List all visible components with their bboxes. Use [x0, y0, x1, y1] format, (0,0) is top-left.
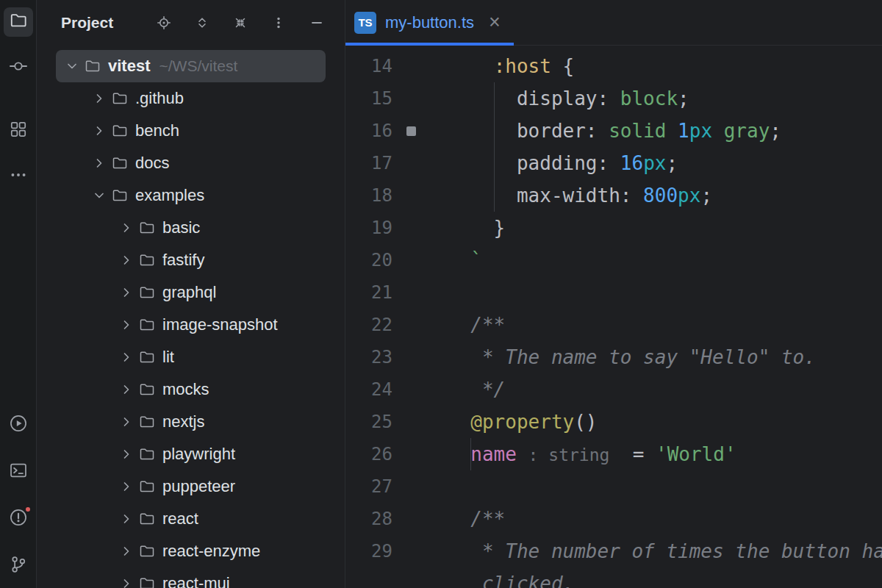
code-line[interactable]: 20 `: [345, 244, 882, 276]
line-number[interactable]: 24: [345, 379, 392, 400]
tool-window-project-button[interactable]: [4, 7, 33, 37]
tree-item-docs[interactable]: docs: [56, 147, 326, 179]
chevron-right-icon[interactable]: [118, 349, 135, 365]
chevron-right-icon[interactable]: [91, 155, 107, 171]
chevron-right-icon[interactable]: [118, 576, 135, 588]
chevron-down-icon[interactable]: [91, 187, 107, 204]
tree-item-react-mui[interactable]: react-mui: [56, 567, 326, 588]
folder-icon: [138, 445, 156, 463]
folder-icon: [138, 284, 156, 301]
chevron-down-icon[interactable]: [64, 58, 80, 74]
chevron-right-icon[interactable]: [118, 511, 135, 527]
code-line[interactable]: 22 /**: [345, 309, 882, 341]
code-line[interactable]: 28 /**: [345, 503, 882, 535]
line-number[interactable]: 15: [345, 88, 392, 109]
tree-item-.github[interactable]: .github: [56, 82, 326, 115]
editor-tab-bar: TS my-button.ts ×: [345, 0, 882, 46]
tool-window-services-button[interactable]: [4, 410, 33, 440]
code-line[interactable]: 15 display: block;: [345, 82, 882, 115]
tree-item-graphql[interactable]: graphql: [56, 276, 326, 309]
options-kebab-button[interactable]: [267, 11, 290, 35]
code-text: /**: [430, 314, 505, 336]
line-number[interactable]: 16: [345, 121, 392, 141]
tree-item-react[interactable]: react: [56, 503, 326, 535]
tree-item-playwright[interactable]: playwright: [56, 438, 326, 470]
expand-all-button[interactable]: [190, 11, 214, 35]
code-editor[interactable]: 14 :host {15 display: block;16 border: s…: [345, 46, 882, 588]
tab-close-icon[interactable]: ×: [489, 12, 501, 32]
code-line[interactable]: 24 */: [345, 373, 882, 406]
folder-icon: [111, 187, 129, 204]
chevron-right-icon[interactable]: [91, 123, 107, 139]
more-tool-windows-button[interactable]: [4, 162, 33, 191]
tree-item-examples[interactable]: examples: [56, 179, 326, 212]
chevron-right-icon[interactable]: [118, 414, 135, 430]
line-number[interactable]: 29: [345, 541, 392, 562]
code-line[interactable]: clicked.: [345, 567, 882, 588]
chevron-right-icon[interactable]: [118, 543, 135, 559]
structure-icon: [9, 120, 28, 142]
code-line[interactable]: 19 }: [345, 212, 882, 244]
code-line[interactable]: 16 border: solid 1px gray;: [345, 115, 882, 147]
code-text: clicked.: [430, 573, 574, 588]
tab-my-button-ts[interactable]: TS my-button.ts ×: [345, 0, 514, 45]
chevron-right-icon[interactable]: [118, 284, 135, 301]
code-line[interactable]: 23 * The name to say "Hello" to.: [345, 341, 882, 373]
code-line[interactable]: 21: [345, 276, 882, 309]
line-number[interactable]: 19: [345, 218, 392, 238]
tree-item-bench[interactable]: bench: [56, 115, 326, 147]
line-number[interactable]: 18: [345, 185, 392, 206]
collapse-all-button[interactable]: [229, 11, 252, 35]
line-number[interactable]: 21: [345, 282, 392, 303]
tree-item-label: examples: [135, 186, 204, 205]
editor-area: TS my-button.ts × 14 :host {15 display: …: [345, 0, 882, 588]
line-number[interactable]: 27: [345, 476, 392, 497]
chevron-right-icon[interactable]: [118, 478, 135, 495]
gutter-marker-icon[interactable]: [406, 126, 416, 136]
tree-item-basic[interactable]: basic: [56, 212, 326, 244]
chevron-right-icon[interactable]: [118, 317, 135, 333]
tool-window-terminal-button[interactable]: [4, 457, 33, 487]
tree-item-image-snapshot[interactable]: image-snapshot: [56, 309, 326, 341]
tree-item-label: mocks: [162, 380, 209, 399]
code-line[interactable]: 18 max-width: 800px;: [345, 179, 882, 212]
tree-item-mocks[interactable]: mocks: [56, 373, 326, 406]
locate-file-button[interactable]: [152, 11, 176, 35]
code-line[interactable]: 17 padding: 16px;: [345, 147, 882, 179]
tree-item-label: lit: [162, 348, 174, 367]
code-text: display: block;: [430, 87, 689, 110]
chevron-right-icon[interactable]: [118, 446, 135, 462]
code-line[interactable]: 27: [345, 470, 882, 503]
chevron-right-icon[interactable]: [118, 220, 135, 236]
line-number[interactable]: 17: [345, 153, 392, 173]
code-line[interactable]: 14 :host {: [345, 50, 882, 82]
folder-icon: [138, 219, 156, 237]
code-line[interactable]: 25 @property(): [345, 406, 882, 438]
chevron-right-icon[interactable]: [91, 90, 107, 107]
code-line[interactable]: 29 * The number of times the button has …: [345, 535, 882, 567]
hide-panel-button[interactable]: [305, 11, 329, 35]
tool-window-structure-button[interactable]: [4, 116, 33, 146]
line-number[interactable]: 22: [345, 315, 392, 335]
line-number[interactable]: 28: [345, 509, 392, 529]
chevron-right-icon[interactable]: [118, 381, 135, 398]
tree-item-puppeteer[interactable]: puppeteer: [56, 470, 326, 503]
tree-item-fastify[interactable]: fastify: [56, 244, 326, 276]
tree-item-nextjs[interactable]: nextjs: [56, 406, 326, 438]
chevron-right-icon[interactable]: [118, 252, 135, 268]
line-number[interactable]: 26: [345, 444, 392, 465]
tool-window-commit-button[interactable]: [4, 53, 33, 82]
tree-item-label: fastify: [162, 251, 204, 270]
code-line[interactable]: 26 name : string = 'World': [345, 438, 882, 470]
line-number[interactable]: 20: [345, 250, 392, 270]
tree-item-lit[interactable]: lit: [56, 341, 326, 373]
line-number[interactable]: 23: [345, 347, 392, 368]
line-number[interactable]: 25: [345, 412, 392, 432]
tree-item-react-enzyme[interactable]: react-enzyme: [56, 535, 326, 567]
folder-icon: [111, 154, 129, 172]
tool-window-version-control-button[interactable]: [4, 551, 33, 581]
folder-icon: [138, 510, 156, 528]
tool-window-problems-button[interactable]: [4, 504, 33, 534]
tree-item-vitest[interactable]: vitest~/WS/vitest: [56, 50, 326, 82]
line-number[interactable]: 14: [345, 56, 392, 76]
